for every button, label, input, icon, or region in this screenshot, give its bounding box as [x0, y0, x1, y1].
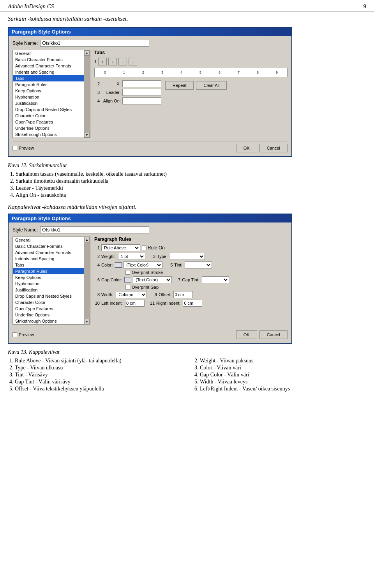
left-indent-input[interactable] — [125, 300, 145, 307]
scroll-up-arrow[interactable]: ▲ — [84, 50, 90, 56]
tabs-fields-area: 2 X: 3 Leader: 4 Align On: — [94, 80, 288, 104]
sidebar-item-justification[interactable]: Justification — [13, 100, 84, 106]
field-input-x[interactable] — [122, 80, 161, 87]
sidebar2-item-tabs[interactable]: Tabs — [13, 262, 84, 268]
ok-button-2[interactable]: OK — [236, 330, 257, 339]
pr-row-6: 10 Left Indent: 11 Right Indent: — [94, 300, 288, 307]
sidebar2-item-char-color[interactable]: Character Color — [13, 299, 84, 305]
gap-tint-label: Gap Tint: — [182, 277, 199, 282]
field-input-alignon[interactable] — [122, 97, 161, 104]
para-rules-panel: Paragraph Rules 1 Rule Above Rule On — [94, 237, 288, 325]
overprint-stroke-checkbox[interactable] — [125, 270, 130, 275]
page-header: Adobe InDesign CS 9 — [0, 0, 374, 12]
sidebar-item-char-color[interactable]: Character Color — [13, 113, 84, 119]
sidebar-item-drop-caps[interactable]: Drop Caps and Nested Styles — [13, 106, 84, 113]
pr-num-11: 11 — [149, 301, 155, 305]
sidebar-item-strikethrough[interactable]: Strikethrough Options — [13, 131, 84, 138]
sidebar-scrollbar[interactable]: ▲ ▼ — [84, 50, 90, 138]
sidebar2-item-keep-options[interactable]: Keep Options — [13, 274, 84, 281]
sidebar-item-hyphenation[interactable]: Hyphenation — [13, 94, 84, 100]
tab-icons-row: 1 ↑ ↓ ↓ ↓ — [94, 58, 288, 65]
sidebar-item-basic-char[interactable]: Basic Character Formats — [13, 57, 84, 63]
overprint-stroke-row: Overprint Stroke — [125, 270, 288, 275]
tab-decimal-btn[interactable]: ↓ — [129, 58, 137, 65]
sidebar2-item-strikethrough[interactable]: Strikethrough Options — [13, 318, 84, 324]
pr-row-5: 8 Width: Column 9 Offset: — [94, 291, 288, 298]
list2-col1-item-4: Gap Tint - Välin värisävy — [15, 379, 181, 385]
cancel-button-2[interactable]: Cancel — [259, 330, 288, 339]
sidebar2-item-underline[interactable]: Underline Options — [13, 312, 84, 318]
page-number: 9 — [363, 3, 367, 10]
width-select[interactable]: Column — [116, 291, 147, 298]
offset-input[interactable] — [173, 291, 193, 298]
pr-num-3: 3 — [150, 254, 155, 259]
sidebar-item-keep-options[interactable]: Keep Options — [13, 88, 84, 94]
style-name-label: Style Name: — [12, 41, 38, 46]
offset-label: Offset: — [159, 292, 171, 297]
pr-row-3: 4 Color: (Text Color) 5 Tint: — [94, 261, 288, 268]
weight-select[interactable]: 1 pt — [118, 253, 145, 260]
rule-on-checkbox[interactable] — [142, 245, 146, 250]
dialog-para-rules-main: General Basic Character Formats Advanced… — [12, 237, 288, 325]
sidebar2-item-advanced-char[interactable]: Advanced Character Formats — [13, 249, 84, 256]
clear-all-button[interactable]: Clear All — [196, 81, 227, 90]
ruler-5: 5 — [191, 71, 210, 74]
gap-color-swatch — [124, 277, 131, 283]
tab-left-btn[interactable]: ↑ — [98, 58, 107, 65]
width-label: Width: — [101, 292, 113, 297]
style-name-input[interactable] — [40, 40, 149, 47]
tint-select[interactable] — [185, 261, 212, 268]
ruler-7: 7 — [229, 71, 248, 74]
color-swatch — [115, 262, 122, 268]
cancel-button-1[interactable]: Cancel — [259, 144, 288, 152]
style-name-row: Style Name: — [12, 40, 288, 47]
pr-num-5: 5 — [167, 263, 173, 267]
sidebar2-item-opentype[interactable]: OpenType Features — [13, 305, 84, 312]
rule-above-select[interactable]: Rule Above — [101, 244, 140, 251]
list1-item-4: Align On - tasauskohta — [16, 192, 366, 198]
type-select[interactable] — [170, 253, 205, 260]
preview-checkbox[interactable] — [12, 146, 17, 150]
sidebar-scrollbar-2[interactable]: ▲ ▼ — [84, 237, 90, 325]
ok-button-1[interactable]: OK — [236, 144, 257, 152]
pr-row-4: 6 Gap Color: (Text Color) 7 Gap Tint: — [94, 276, 288, 283]
scroll-down-arrow[interactable]: ▼ — [84, 132, 90, 138]
scroll-down-arrow-2[interactable]: ▼ — [84, 319, 90, 324]
sidebar-item-opentype[interactable]: OpenType Features — [13, 119, 84, 125]
color-select[interactable]: (Text Color) — [123, 261, 162, 268]
pr-num-9: 9 — [152, 292, 157, 297]
right-indent-input[interactable] — [183, 300, 202, 307]
dialog-para-rules: Paragraph Style Options Style Name: Gene… — [8, 214, 292, 344]
preview-checkbox-2[interactable] — [12, 332, 17, 337]
gap-color-select[interactable]: (Text Color) — [133, 276, 172, 283]
ruler-1: 1 — [115, 71, 134, 74]
sidebar-item-para-rules[interactable]: Paragraph Rules — [13, 81, 84, 88]
tab-right-btn[interactable]: ↓ — [118, 58, 127, 65]
style-name-input-2[interactable] — [40, 226, 149, 233]
sidebar2-item-general[interactable]: General — [13, 237, 84, 243]
repeat-button[interactable]: Repeat — [165, 81, 194, 90]
sidebar-item-underline[interactable]: Underline Options — [13, 125, 84, 131]
sidebar-item-advanced-char[interactable]: Advanced Character Formats — [13, 63, 84, 69]
tab-center-btn[interactable]: ↓ — [108, 58, 117, 65]
ruler-numbers: 0 1 2 3 4 5 6 7 8 9 — [95, 68, 287, 77]
field-input-leader[interactable] — [122, 89, 161, 96]
tabs-x-section: 2 X: 3 Leader: 4 Align On: — [94, 80, 161, 104]
sidebar2-item-hyphenation[interactable]: Hyphenation — [13, 281, 84, 287]
sidebar2-item-justification[interactable]: Justification — [13, 287, 84, 293]
sidebar-item-tabs[interactable]: Tabs — [13, 75, 84, 81]
sidebar-item-general[interactable]: General — [13, 50, 84, 57]
ruler-4: 4 — [172, 71, 191, 74]
sidebar-item-indents[interactable]: Indents and Spacing — [13, 69, 84, 75]
left-indent-label: Left Indent: — [101, 301, 123, 305]
sidebar2-item-drop-caps[interactable]: Drop Caps and Nested Styles — [13, 293, 84, 299]
sidebar2-item-para-rules[interactable]: Paragraph Rules — [13, 268, 84, 274]
gap-color-label: Gap Color: — [101, 277, 122, 282]
scroll-up-arrow-2[interactable]: ▲ — [84, 237, 90, 242]
field-row-alignon: 4 Align On: — [94, 97, 161, 104]
gap-tint-select[interactable] — [202, 276, 229, 283]
overprint-gap-checkbox[interactable] — [125, 285, 130, 290]
sidebar2-item-indents[interactable]: Indents and Spacing — [13, 256, 84, 262]
sidebar2-item-basic-char[interactable]: Basic Character Formats — [13, 243, 84, 249]
list2-col1-item-3: Tint - Värisävy — [15, 372, 181, 378]
